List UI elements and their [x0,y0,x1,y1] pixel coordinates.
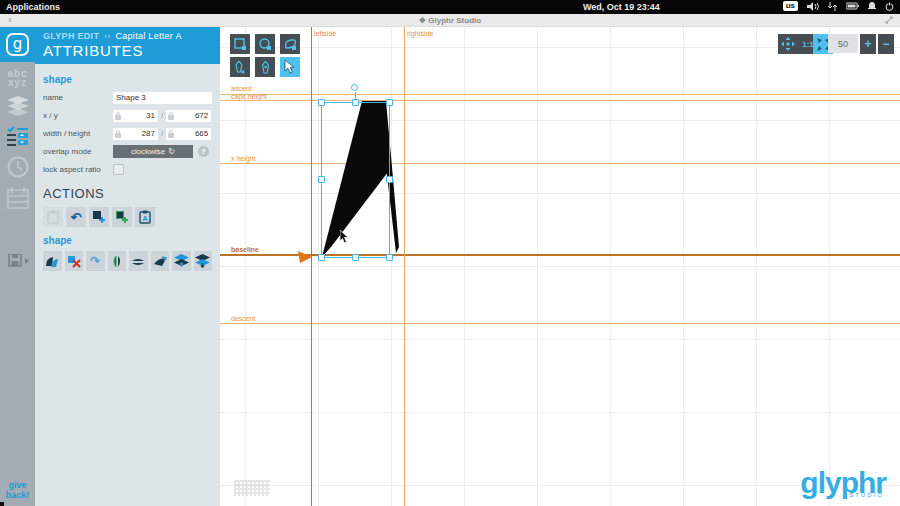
shape-name-input[interactable] [113,92,212,104]
pan-icon [781,37,795,51]
minus-icon: − [882,37,889,51]
lock-icon [115,112,121,120]
give-back-link[interactable]: give back! [0,480,35,500]
power-icon[interactable] [885,2,894,11]
breadcrumb-arrows-icon: ›› [104,31,111,41]
y-field[interactable] [166,110,211,122]
window-title: ❖ Glyphr Studio [0,16,900,25]
wh-separator: / [161,129,163,138]
delete-shape-button[interactable] [65,251,84,271]
path-tool-icon [284,38,297,51]
paste-shape-button[interactable] [43,207,63,227]
resize-handle-bottom-left[interactable] [318,254,325,261]
nav-save-item[interactable] [0,245,35,268]
current-glyph-name[interactable]: Capital Letter A [115,31,181,41]
xy-field-row: x / y / [43,109,212,122]
applications-menu[interactable]: Applications [6,2,60,12]
table-icon [7,187,29,211]
glyphr-studio-logo: glyphr STUDIO [800,470,886,498]
notifications-icon[interactable] [868,2,876,11]
width-field[interactable] [113,128,158,140]
rotation-handle[interactable] [351,84,358,91]
network-icon[interactable] [828,2,837,11]
undo-button[interactable]: ↶ [66,207,86,227]
path-edit-tool[interactable] [255,57,275,77]
window-title-icon: ❖ [419,16,426,25]
selection-box[interactable] [321,102,390,258]
nav-attributes-item[interactable] [0,116,35,147]
round-values-button[interactable] [151,251,170,271]
name-label: name [43,93,113,102]
name-field-row: name [43,91,212,104]
flip-vertical-button[interactable] [129,251,148,271]
resize-handle-mid-left[interactable] [318,176,325,183]
attributes-panel-icon [7,125,29,147]
move-layer-up-button[interactable] [172,251,191,271]
layer-up-icon [174,254,189,268]
battery-icon[interactable] [846,2,859,10]
lock-aspect-row: lock aspect ratio [43,163,212,176]
panel-header: GLYPH EDIT ›› Capital Letter A ATTRIBUTE… [35,27,220,64]
add-shape-button[interactable] [89,207,109,227]
nav-glyphs-item[interactable]: abc xyz [0,69,35,87]
round-values-icon [153,255,167,268]
keyboard-layout-indicator[interactable]: us [783,1,798,11]
help-icon[interactable]: ? [198,146,209,157]
shape-actions-heading: shape [43,235,212,246]
xy-label: x / y [43,111,113,120]
attributes-panel: GLYPH EDIT ›› Capital Letter A ATTRIBUTE… [35,27,220,506]
nav-layers-item[interactable] [0,87,35,116]
zoom-out-button[interactable]: − [878,34,894,54]
resize-handle-bottom-center[interactable] [352,254,359,261]
resize-handle-top-center[interactable] [352,99,359,106]
actions-heading: ACTIONS [43,186,212,201]
breadcrumb-section[interactable]: GLYPH EDIT [43,31,99,41]
pen-add-point-icon [234,61,247,74]
reverse-winding-button[interactable]: ↷ [86,251,105,271]
add-component-button[interactable] [112,207,132,227]
shape-resize-tool[interactable] [280,57,300,77]
glyphr-logo-icon: g [6,33,29,56]
mouse-cursor-icon [340,230,350,244]
flip-horizontal-button[interactable] [108,251,127,271]
navigation-rail: g abc xyz [0,27,35,506]
resize-handle-bottom-right[interactable] [386,254,393,261]
reverse-winding-icon: ↷ [90,255,100,267]
pan-tool[interactable] [778,34,798,54]
lock-aspect-label: lock aspect ratio [43,165,113,174]
new-oval-tool[interactable] [255,34,275,54]
zoom-in-button[interactable]: + [860,34,876,54]
volume-icon[interactable] [807,2,819,11]
lock-aspect-checkbox[interactable] [113,164,124,175]
keyboard-shortcuts-hint [234,480,270,496]
overlap-mode-dropdown[interactable]: clockwise ↻ [113,145,193,158]
new-rectangle-tool[interactable] [230,34,250,54]
lock-icon [168,130,174,138]
shape-section-heading: shape [43,74,212,85]
height-field[interactable] [166,128,211,140]
add-shape-icon [92,210,106,224]
glyph-edit-canvas[interactable]: ascent caps height x height baseline des… [220,27,900,506]
x-field[interactable] [113,110,158,122]
resize-handle-mid-right[interactable] [386,176,393,183]
path-add-point-tool[interactable] [230,57,250,77]
nav-history-item[interactable] [0,147,35,178]
nav-overview-item[interactable] [0,178,35,211]
system-clock[interactable]: Wed, Oct 19 23:44 [583,2,660,12]
oval-tool-icon [259,38,272,51]
window-resize-icon[interactable] [885,16,893,26]
resize-handle-top-right[interactable] [386,99,393,106]
history-clock-icon [7,156,29,178]
system-bar: Applications Wed, Oct 19 23:44 us [0,0,900,14]
copy-shape-button[interactable] [43,251,62,271]
copy-shapes-from-glyph-button[interactable]: A [135,207,155,227]
glyphr-logo-tile[interactable]: g [0,27,35,62]
system-tray: us [783,1,894,11]
move-layer-down-button[interactable] [194,251,213,271]
new-path-tool[interactable] [280,34,300,54]
overlap-mode-row: overlap mode clockwise ↻ ? [43,145,212,158]
lock-icon [168,112,174,120]
undo-icon: ↶ [71,211,82,224]
resize-handle-top-left[interactable] [318,99,325,106]
breadcrumb: GLYPH EDIT ›› Capital Letter A [43,31,212,41]
